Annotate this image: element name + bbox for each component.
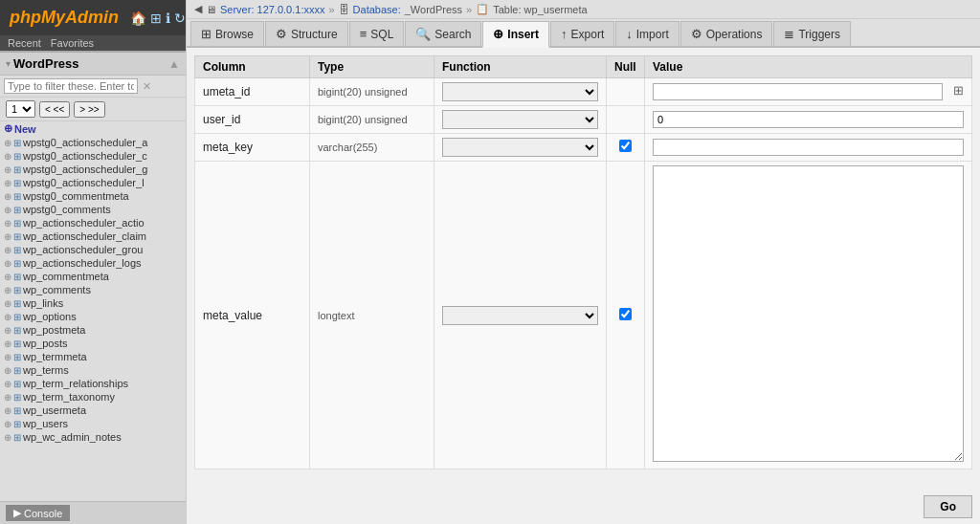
page-back-btn[interactable]: < <<	[39, 101, 70, 118]
db-scroll-up[interactable]: ▲	[168, 57, 180, 71]
home-icon[interactable]: 🏠	[130, 11, 146, 26]
tab-icon: ⊞	[201, 27, 212, 41]
cell-null	[607, 134, 645, 162]
sidebar-tree-item[interactable]: ⊕⊞wpstg0_actionscheduler_g	[0, 163, 186, 176]
sidebar-tree-item[interactable]: ⊕⊞wp_terms	[0, 363, 186, 377]
sidebar-tree-item[interactable]: ⊕⊞wp_term_relationships	[0, 377, 186, 390]
tab-search[interactable]: 🔍Search	[405, 21, 481, 46]
favorites-link[interactable]: Favorites	[51, 37, 94, 49]
bc-server[interactable]: Server: 127.0.0.1:xxxx	[220, 4, 324, 15]
tab-icon: ≡	[360, 27, 368, 41]
bc-arrow: ◀	[194, 3, 202, 15]
db-expand-icon[interactable]: ▾	[6, 58, 11, 69]
tab-operations[interactable]: ⚙Operations	[680, 21, 773, 46]
table-row: user_idbigint(20) unsigned	[195, 106, 972, 134]
cell-function	[434, 106, 607, 134]
sidebar-tree-item[interactable]: ⊕⊞wp_commentmeta	[0, 270, 186, 283]
filter-input[interactable]	[4, 78, 138, 94]
sidebar-tree-item[interactable]: ⊕⊞wpstg0_actionscheduler_a	[0, 136, 186, 149]
bc-server-icon: 🖥	[206, 4, 216, 15]
refresh-icon[interactable]: ↻	[174, 11, 186, 26]
tab-icon: ⚙	[691, 27, 702, 41]
sidebar-tree-item[interactable]: ⊕⊞wp_comments	[0, 283, 186, 296]
filter-clear-icon[interactable]: ✕	[143, 80, 151, 92]
breadcrumb: ◀ 🖥 Server: 127.0.0.1:xxxx » 🗄 Database:…	[187, 0, 980, 19]
tab-insert[interactable]: ⊕Insert	[482, 21, 549, 48]
cell-value	[645, 106, 972, 134]
tab-icon: ↓	[626, 27, 633, 41]
value-icon-btn[interactable]: ⊞	[953, 83, 964, 98]
null-checkbox[interactable]	[619, 140, 632, 152]
tab-browse[interactable]: ⊞Browse	[190, 21, 264, 46]
docs-icon[interactable]: ℹ	[166, 11, 170, 26]
sidebar-tree-item[interactable]: ⊕⊞wp_options	[0, 310, 186, 323]
function-select[interactable]	[442, 110, 598, 129]
insert-tbody: umeta_idbigint(20) unsigned⊞user_idbigin…	[195, 78, 972, 469]
value-input[interactable]	[653, 111, 964, 128]
table-icon: ⊞	[13, 285, 21, 295]
sidebar-tree-item[interactable]: ⊕⊞wp_term_taxonomy	[0, 390, 186, 404]
sidebar-tree-item[interactable]: ⊕⊞wp_actionscheduler_logs	[0, 256, 186, 270]
tab-structure[interactable]: ⚙Structure	[265, 21, 348, 46]
value-input[interactable]	[653, 139, 964, 156]
sidebar-tree-item[interactable]: ⊕⊞wpstg0_actionscheduler_l	[0, 176, 186, 189]
expand-icon: ⊕	[4, 298, 11, 309]
table-icon: ⊞	[13, 338, 21, 349]
tab-label: Structure	[291, 28, 338, 41]
sidebar-tree-item[interactable]: ⊕New	[0, 121, 186, 136]
sidebar-tree-item[interactable]: ⊕⊞wp_actionscheduler_grou	[0, 243, 186, 256]
bc-database[interactable]: Database:	[353, 4, 401, 15]
tab-label: Export	[571, 28, 605, 41]
table-icon: ⊞	[13, 231, 21, 242]
go-area: Go	[187, 490, 980, 524]
sidebar-tree-item[interactable]: ⊕⊞wp_wc_admin_notes	[0, 430, 186, 444]
sidebar-tree-item[interactable]: ⊕⊞wp_links	[0, 296, 186, 310]
console-button[interactable]: ▶ Console	[6, 505, 70, 521]
sidebar-tree-item[interactable]: ⊕⊞wp_posts	[0, 337, 186, 350]
bc-table: Table: wp_usermeta	[493, 4, 587, 15]
sidebar-tree-item[interactable]: ⊕⊞wpstg0_actionscheduler_c	[0, 149, 186, 163]
cell-value	[645, 134, 972, 162]
expand-icon: ⊕	[4, 432, 11, 443]
function-select[interactable]	[442, 306, 598, 325]
tab-import[interactable]: ↓Import	[615, 21, 679, 46]
insert-table: Column Type Function Null Value umeta_id…	[194, 55, 972, 469]
table-icon: ⊞	[13, 151, 21, 162]
expand-icon: ⊕	[4, 272, 11, 282]
expand-icon: ⊕	[4, 178, 11, 188]
page-select[interactable]: 1	[6, 100, 35, 118]
sidebar-tree-item[interactable]: ⊕⊞wp_actionscheduler_claim	[0, 229, 186, 243]
page-forward-btn[interactable]: > >>	[74, 101, 104, 118]
bc-sep1: »	[328, 4, 334, 15]
sidebar-tree-item[interactable]: ⊕⊞wp_actionscheduler_actio	[0, 216, 186, 229]
tab-export[interactable]: ↑Export	[550, 21, 614, 46]
table-icon: ⊞	[13, 365, 21, 376]
null-checkbox[interactable]	[619, 308, 632, 320]
function-select[interactable]	[442, 82, 598, 101]
go-button[interactable]: Go	[924, 495, 972, 518]
sidebar-tree-item[interactable]: ⊕⊞wpstg0_commentmeta	[0, 189, 186, 203]
cell-value	[645, 162, 972, 469]
table-icon: ⊞	[13, 405, 21, 416]
table-icon: ⊞	[13, 218, 21, 229]
value-textarea[interactable]	[653, 165, 964, 462]
sidebar-tree-item[interactable]: ⊕⊞wp_postmeta	[0, 323, 186, 337]
main-content: ◀ 🖥 Server: 127.0.0.1:xxxx » 🗄 Database:…	[187, 0, 980, 524]
table-icon: ⊞	[13, 419, 21, 429]
filter-row: ✕	[0, 76, 186, 98]
recent-link[interactable]: Recent	[8, 37, 41, 49]
sidebar-tree-item[interactable]: ⊕⊞wpstg0_comments	[0, 203, 186, 216]
cell-column-name: user_id	[195, 106, 310, 134]
tab-triggers[interactable]: ≣Triggers	[773, 21, 851, 46]
sql-icon[interactable]: ⊞	[150, 11, 162, 26]
sidebar-tree-item[interactable]: ⊕⊞wp_termmeta	[0, 350, 186, 363]
sidebar-tree-item[interactable]: ⊕⊞wp_users	[0, 417, 186, 430]
function-select[interactable]	[442, 138, 598, 157]
value-input[interactable]	[653, 83, 943, 100]
sidebar-tree-item[interactable]: ⊕⊞wp_usermeta	[0, 404, 186, 417]
expand-icon: ⊕	[4, 405, 11, 416]
table-row: umeta_idbigint(20) unsigned⊞	[195, 78, 972, 106]
tab-sql[interactable]: ≡SQL	[349, 21, 405, 46]
cell-null	[607, 162, 645, 469]
cell-null	[607, 78, 645, 106]
